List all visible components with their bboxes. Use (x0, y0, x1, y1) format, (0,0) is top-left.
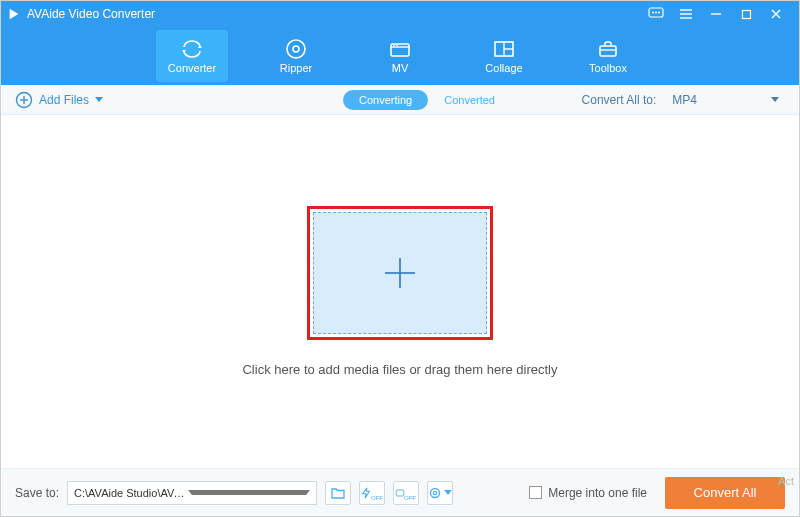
chevron-down-icon (771, 97, 779, 102)
title-bar: AVAide Video Converter (1, 1, 799, 27)
drop-text: Click here to add media files or drag th… (242, 362, 557, 377)
svg-point-4 (658, 12, 660, 14)
high-speed-button[interactable]: OFF (393, 481, 419, 505)
gpu-accel-button[interactable]: OFF (359, 481, 385, 505)
watermark-text: Act (778, 475, 794, 487)
nav-mv[interactable]: MV (364, 30, 436, 82)
plus-icon (379, 252, 421, 294)
nav-ripper[interactable]: Ripper (260, 30, 332, 82)
format-dropdown[interactable]: MP4 (666, 93, 785, 107)
svg-marker-13 (182, 50, 186, 53)
main-nav: Converter Ripper MV Collage Toolbox (1, 27, 799, 85)
merge-label: Merge into one file (548, 486, 647, 500)
collage-icon (492, 38, 516, 60)
minimize-button[interactable] (701, 1, 731, 27)
checkbox-icon (529, 486, 542, 499)
svg-marker-30 (363, 487, 370, 497)
chevron-down-icon (95, 97, 103, 102)
nav-toolbox[interactable]: Toolbox (572, 30, 644, 82)
convert-all-to: Convert All to: MP4 (582, 93, 785, 107)
nav-label: Ripper (280, 62, 312, 74)
mv-icon (388, 38, 412, 60)
svg-marker-0 (10, 9, 19, 20)
svg-point-3 (655, 12, 657, 14)
tab-segment: Converting Converted (343, 90, 511, 110)
save-to-path-dropdown[interactable]: C:\AVAide Studio\AVAid...eo Converter\Co… (67, 481, 317, 505)
tab-converted[interactable]: Converted (428, 90, 511, 110)
svg-point-33 (433, 491, 436, 494)
toolbox-icon (596, 38, 620, 60)
gear-icon (428, 486, 442, 500)
chevron-down-icon (444, 490, 452, 495)
close-button[interactable] (761, 1, 791, 27)
svg-rect-23 (600, 46, 616, 56)
settings-button[interactable] (427, 481, 453, 505)
nav-label: Toolbox (589, 62, 627, 74)
merge-checkbox[interactable]: Merge into one file (529, 486, 647, 500)
feedback-icon[interactable] (641, 1, 671, 27)
drop-highlight (307, 206, 493, 340)
save-to-path: C:\AVAide Studio\AVAid...eo Converter\Co… (74, 487, 188, 499)
svg-point-18 (393, 45, 395, 47)
svg-point-14 (287, 40, 305, 58)
chevron-down-icon (188, 490, 310, 495)
menu-icon[interactable] (671, 1, 701, 27)
app-logo-icon (7, 7, 21, 21)
svg-point-15 (293, 46, 299, 52)
nav-label: Converter (168, 62, 216, 74)
maximize-button[interactable] (731, 1, 761, 27)
convert-all-to-label: Convert All to: (582, 93, 657, 107)
format-value: MP4 (672, 93, 697, 107)
nav-collage[interactable]: Collage (468, 30, 540, 82)
ripper-icon (284, 38, 308, 60)
svg-point-2 (652, 12, 654, 14)
main-area: Click here to add media files or drag th… (1, 115, 799, 468)
add-icon (15, 91, 33, 109)
svg-rect-9 (742, 10, 750, 18)
folder-icon (330, 486, 346, 500)
converter-icon (180, 38, 204, 60)
nav-label: Collage (485, 62, 522, 74)
open-folder-button[interactable] (325, 481, 351, 505)
svg-rect-31 (396, 490, 404, 496)
svg-point-19 (396, 45, 398, 47)
save-to-label: Save to: (15, 486, 59, 500)
nav-label: MV (392, 62, 409, 74)
svg-marker-12 (198, 45, 202, 48)
app-title: AVAide Video Converter (27, 7, 155, 21)
secondary-bar: Add Files Converting Converted Convert A… (1, 85, 799, 115)
tab-converting[interactable]: Converting (343, 90, 428, 110)
svg-point-32 (431, 488, 440, 497)
bottom-bar: Save to: C:\AVAide Studio\AVAid...eo Con… (1, 468, 799, 516)
nav-converter[interactable]: Converter (156, 30, 228, 82)
convert-all-button[interactable]: Convert All (665, 477, 785, 509)
add-files-label: Add Files (39, 93, 89, 107)
add-files-button[interactable]: Add Files (15, 91, 103, 109)
drop-zone[interactable] (313, 212, 487, 334)
